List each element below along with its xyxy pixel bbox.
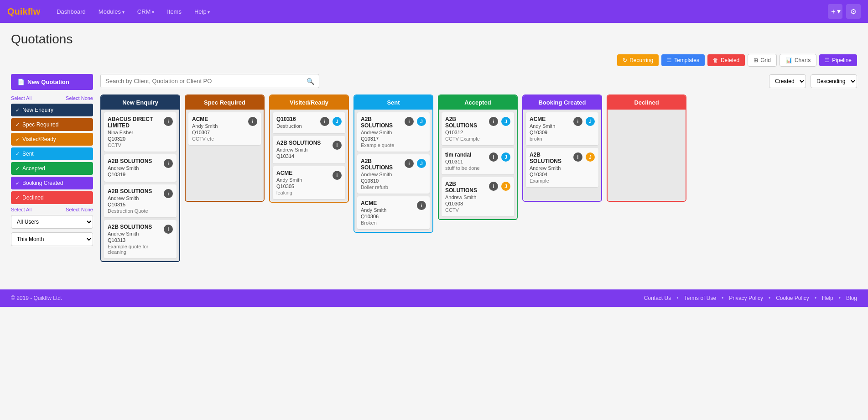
kanban-card[interactable]: A2B SOLUTIONSAndrew SmithQ10310Boiler re… [357, 154, 430, 194]
card-badge-info[interactable]: i [489, 117, 498, 126]
column-header: Visited/Ready [270, 95, 348, 110]
user-filter-select[interactable]: All Users [11, 215, 93, 229]
kanban-card[interactable]: ACMEAndy SmithQ10307CCTV etci [188, 112, 261, 145]
brand-logo[interactable]: Quikflw [7, 6, 40, 17]
pipeline-button[interactable]: ☰ Pipeline [819, 54, 857, 66]
select-all-bottom-link[interactable]: Select All [11, 207, 31, 212]
card-company: A2B SOLUTIONS [445, 116, 487, 129]
kanban-card[interactable]: A2B SOLUTIONSAndrew SmithQ10317Example q… [357, 112, 430, 152]
kanban-card[interactable]: A2B SOLUTIONSAndrew SmithQ10314i [273, 136, 345, 163]
footer-link-privacy-policy[interactable]: Privacy Policy [729, 295, 763, 301]
card-badge-blue[interactable]: J [417, 117, 426, 126]
card-person: Nina Fisher [108, 130, 162, 135]
pipeline-icon: ☰ [825, 57, 830, 63]
card-company: A2B SOLUTIONS [361, 116, 403, 129]
card-badge-blue[interactable]: J [586, 117, 595, 126]
card-badge-info[interactable]: i [489, 182, 498, 191]
column-body [608, 110, 686, 201]
settings-button[interactable]: ⚙ [846, 4, 861, 19]
card-badge-info[interactable]: i [333, 171, 342, 180]
kanban-card[interactable]: ACMEAndy SmithQ10305leakingi [273, 166, 345, 199]
recurring-button[interactable]: ↻ Recurring [617, 54, 659, 66]
charts-button[interactable]: 📊 Charts [780, 54, 816, 67]
card-badge-orange[interactable]: J [501, 182, 510, 191]
brand-name-part2: flw [27, 6, 40, 16]
sidebar-status-new-enquiry[interactable]: ✓New Enquiry [11, 104, 93, 116]
main-content: Quotations ↻ Recurring ☰ Templates 🗑 Del… [0, 23, 868, 271]
kanban-card[interactable]: ACMEAndy SmithQ10306Brokeni [357, 196, 430, 229]
sidebar-status-spec-required[interactable]: ✓Spec Required [11, 118, 93, 131]
card-badge-info[interactable]: i [405, 159, 414, 168]
search-wrap: 🔍 [100, 74, 319, 88]
date-filter-select[interactable]: This Month [11, 232, 93, 246]
footer-link-help[interactable]: Help [822, 295, 833, 301]
footer-link-contact-us[interactable]: Contact Us [644, 295, 671, 301]
card-top-row: A2B SOLUTIONSAndrew SmithQ10308CCTViJ [445, 181, 510, 213]
sidebar-status-declined[interactable]: ✓Declined [11, 191, 93, 204]
card-badge-info[interactable]: i [573, 152, 582, 162]
search-button[interactable]: 🔍 [302, 78, 319, 85]
kanban-card[interactable]: A2B SOLUTIONSAndrew SmithQ10313Example q… [104, 220, 177, 258]
select-none-bottom-link[interactable]: Select None [66, 207, 93, 212]
card-badge-blue[interactable]: J [333, 117, 342, 126]
card-badge-info[interactable]: i [164, 225, 173, 234]
card-badges: i [415, 201, 426, 210]
select-none-link[interactable]: Select None [66, 95, 93, 101]
kanban-card[interactable]: ABACUS DIRECT LIMITEDNina FisherQ10320CC… [104, 112, 177, 152]
kanban-card[interactable]: A2B SOLUTIONSAndrew SmithQ10304ExampleiJ [526, 148, 598, 187]
kanban-card[interactable]: A2B SOLUTIONSAndrew SmithQ10319i [104, 154, 177, 182]
column-body: A2B SOLUTIONSQ10312CCTV ExampleiJtim ran… [439, 110, 517, 219]
card-badge-info[interactable]: i [489, 152, 498, 162]
card-left: Q10316Destruction [276, 116, 302, 130]
card-badge-blue[interactable]: J [417, 159, 426, 168]
nav-link-items[interactable]: Items [161, 5, 187, 18]
card-description: brokn [530, 136, 555, 142]
card-badge-info[interactable]: i [164, 117, 173, 126]
deleted-button[interactable]: 🗑 Deleted [707, 54, 745, 66]
select-all-link[interactable]: Select All [11, 95, 31, 101]
kanban-card[interactable]: A2B SOLUTIONSAndrew SmithQ10308CCTViJ [442, 177, 514, 216]
search-input[interactable] [101, 74, 302, 88]
sidebar-status-sent[interactable]: ✓Sent [11, 147, 93, 160]
grid-button[interactable]: ⊞ Grid [748, 54, 777, 67]
card-badge-info[interactable]: i [417, 201, 426, 210]
sidebar-select-row-top: Select All Select None [11, 95, 93, 101]
footer-link-terms-of-use[interactable]: Terms of Use [684, 295, 716, 301]
card-badge-blue[interactable]: J [501, 117, 510, 126]
recurring-label: Recurring [629, 57, 653, 63]
card-person: Andrew Smith [445, 194, 487, 200]
card-top-row: ACMEAndy SmithQ10309brokniJ [530, 116, 595, 142]
kanban-card[interactable]: Q10316DestructioniJ [273, 112, 345, 133]
nav-link-crm[interactable]: CRM [132, 5, 160, 18]
card-badge-info[interactable]: i [333, 141, 342, 150]
sidebar-status-booking-created[interactable]: ✓Booking Created [11, 177, 93, 189]
kanban-card[interactable]: tim randalQ10311stuff to be doneiJ [442, 148, 514, 174]
card-badge-info[interactable]: i [320, 117, 329, 126]
card-number: Q10313 [108, 237, 162, 243]
card-badge-info[interactable]: i [164, 159, 173, 168]
footer-link-blog[interactable]: Blog [846, 295, 857, 301]
card-badge-orange[interactable]: J [586, 152, 595, 162]
sidebar-status-visited/ready[interactable]: ✓Visited/Ready [11, 133, 93, 146]
footer: © 2019 - Quikflw Ltd. Contact Us•Terms o… [0, 289, 868, 307]
column-header: New Enquiry [101, 95, 179, 110]
card-badge-info[interactable]: i [164, 189, 173, 198]
nav-link-help[interactable]: Help [189, 5, 216, 18]
sort-order-select[interactable]: Descending [811, 74, 857, 88]
new-quotation-button[interactable]: 📄 New Quotation [11, 74, 93, 90]
kanban-card[interactable]: ACMEAndy SmithQ10309brokniJ [526, 112, 598, 145]
nav-link-modules[interactable]: Modules [93, 5, 130, 18]
card-badge-info[interactable]: i [573, 117, 582, 126]
add-button[interactable]: ＋▾ [828, 4, 842, 19]
sidebar-status-accepted[interactable]: ✓Accepted [11, 162, 93, 175]
footer-link-cookie-policy[interactable]: Cookie Policy [776, 295, 809, 301]
sort-field-select[interactable]: Created [769, 74, 806, 88]
templates-button[interactable]: ☰ Templates [661, 54, 705, 66]
card-badge-info[interactable]: i [248, 117, 257, 126]
card-top-row: A2B SOLUTIONSQ10312CCTV ExampleiJ [445, 116, 510, 142]
card-badge-info[interactable]: i [405, 117, 414, 126]
kanban-card[interactable]: A2B SOLUTIONSQ10312CCTV ExampleiJ [442, 112, 514, 145]
nav-link-dashboard[interactable]: Dashboard [51, 5, 91, 18]
kanban-card[interactable]: A2B SOLUTIONSAndrew SmithQ10315Destructi… [104, 184, 177, 217]
card-badge-blue[interactable]: J [501, 152, 510, 162]
